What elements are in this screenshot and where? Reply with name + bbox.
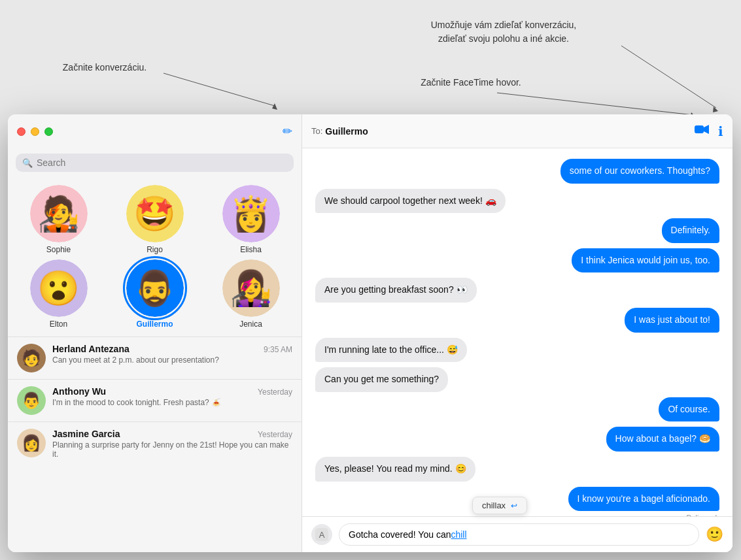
svg-marker-7 xyxy=(704,125,709,134)
contact-name-rigo: Rigo xyxy=(146,245,163,254)
svg-text:A: A xyxy=(319,530,325,540)
message-7: I'm running late to the office... 😅 xyxy=(315,338,719,363)
conv-body-jasmine: Jasmine Garcia Yesterday Planning a surp… xyxy=(52,429,292,459)
conv-preview-herland: Can you meet at 2 p.m. about our present… xyxy=(52,355,292,365)
message-8: Can you get me something? xyxy=(315,367,719,392)
autocorrect-undo-button[interactable]: ↩ xyxy=(511,501,517,510)
message-5: Are you getting breakfast soon? 👀 xyxy=(315,278,719,303)
pinned-contact-elton[interactable]: 😮 Elton xyxy=(13,259,104,329)
message-9: Of course. xyxy=(315,397,719,422)
avatar-elisha: 👸 xyxy=(222,185,280,242)
chat-header-actions: ℹ xyxy=(695,124,723,139)
conv-time-herland: 9:35 AM xyxy=(264,345,292,354)
message-bubble-6: I was just about to! xyxy=(625,308,719,333)
chat-recipient: Guillermo xyxy=(325,126,695,137)
avatar-anthony: 👨 xyxy=(17,386,46,415)
conversation-jasmine[interactable]: 👩 Jasmine Garcia Yesterday Planning a su… xyxy=(8,421,302,465)
traffic-lights xyxy=(17,127,53,136)
messages-list: some of our coworkers. Thoughts? We shou… xyxy=(302,148,732,516)
message-6: I was just about to! xyxy=(315,308,719,333)
message-bubble-1: some of our coworkers. Thoughts? xyxy=(560,159,719,184)
message-bubble-5: Are you getting breakfast soon? 👀 xyxy=(315,278,477,303)
info-button[interactable]: ℹ xyxy=(718,124,723,139)
main-window: ✏ 🔍 🧑‍🎤 Sophie 🤩 Rigo xyxy=(8,114,732,552)
avatar-jasmine: 👩 xyxy=(17,429,46,457)
conv-header-anthony: Anthony Wu Yesterday xyxy=(52,386,292,397)
autocorrect-suggestion: chillax xyxy=(482,501,506,510)
conv-name-anthony: Anthony Wu xyxy=(52,386,106,397)
svg-marker-1 xyxy=(272,103,277,110)
annotation-facetime: Začnite FaceTime hovor. xyxy=(399,77,543,88)
maximize-button[interactable] xyxy=(44,127,53,136)
pinned-contact-elisha[interactable]: 👸 Elisha xyxy=(205,185,296,254)
avatar-rigo: 🤩 xyxy=(126,185,184,242)
avatar-sophie: 🧑‍🎤 xyxy=(30,185,88,242)
conv-name-jasmine: Jasmine Garcia xyxy=(52,429,120,439)
pinned-contact-guillermo[interactable]: 🧔‍♂️ Guillermo xyxy=(109,259,200,329)
message-bubble-9: Of course. xyxy=(659,397,719,422)
pinned-contact-sophie[interactable]: 🧑‍🎤 Sophie xyxy=(13,185,104,254)
message-bubble-8: Can you get me something? xyxy=(315,367,448,392)
pinned-contact-jenica[interactable]: 👩‍🎤 Jenica xyxy=(205,259,296,329)
message-bubble-11: Yes, please! You read my mind. 😊 xyxy=(315,457,475,482)
search-icon: 🔍 xyxy=(22,158,33,168)
close-button[interactable] xyxy=(17,127,26,136)
chat-header: To: Guillermo ℹ xyxy=(302,114,732,148)
message-bubble-2: We should carpool together next week! 🚗 xyxy=(315,189,506,214)
message-bubble-4: I think Jenica would join us, too. xyxy=(572,248,719,273)
svg-line-4 xyxy=(621,46,716,108)
svg-line-2 xyxy=(497,93,693,115)
message-input-highlight: chill xyxy=(451,529,466,540)
search-bar: 🔍 xyxy=(16,154,294,172)
conversation-list: 🧑 Herland Antezana 9:35 AM Can you meet … xyxy=(8,337,302,552)
message-bubble-12: I know you're a bagel aficionado. xyxy=(568,487,719,512)
appstore-button[interactable]: A xyxy=(311,524,332,545)
to-label: To: xyxy=(311,126,322,136)
chat-area: To: Guillermo ℹ some of our coworkers. T… xyxy=(302,114,732,552)
svg-marker-5 xyxy=(713,107,718,112)
conv-preview-jasmine: Planning a surprise party for Jenny on t… xyxy=(52,440,292,459)
conv-name-herland: Herland Antezana xyxy=(52,344,129,354)
conversation-anthony[interactable]: 👨 Anthony Wu Yesterday I'm in the mood t… xyxy=(8,379,302,421)
emoji-button[interactable]: 🙂 xyxy=(706,526,723,543)
avatar-guillermo: 🧔‍♂️ xyxy=(126,259,184,317)
contact-name-guillermo: Guillermo xyxy=(136,320,173,329)
autocorrect-popup: chillax ↩ xyxy=(472,497,527,514)
conv-header-herland: Herland Antezana 9:35 AM xyxy=(52,344,292,354)
annotation-compose: Začnite konverzáciu. xyxy=(39,62,170,73)
titlebar: ✏ xyxy=(8,114,302,148)
conv-body-anthony: Anthony Wu Yesterday I'm in the mood to … xyxy=(52,386,292,415)
contact-name-jenica: Jenica xyxy=(239,320,262,329)
avatar-herland: 🧑 xyxy=(17,344,46,372)
message-4: I think Jenica would join us, too. xyxy=(315,248,719,273)
annotation-details: Umožňuje vám zdieľať konverzáciu,zdieľať… xyxy=(405,18,602,46)
message-bubble-7: I'm running late to the office... 😅 xyxy=(315,338,467,363)
conversation-herland[interactable]: 🧑 Herland Antezana 9:35 AM Can you meet … xyxy=(8,337,302,379)
conv-header-jasmine: Jasmine Garcia Yesterday xyxy=(52,429,292,439)
message-input[interactable]: Gotcha covered! You can chill xyxy=(339,523,699,546)
message-bubble-3: Definitely. xyxy=(662,218,719,243)
svg-rect-6 xyxy=(695,125,704,133)
pinned-contact-rigo[interactable]: 🤩 Rigo xyxy=(109,185,200,254)
svg-line-0 xyxy=(164,73,275,106)
contact-name-elisha: Elisha xyxy=(240,245,262,254)
conv-body-herland: Herland Antezana 9:35 AM Can you meet at… xyxy=(52,344,292,372)
sidebar: ✏ 🔍 🧑‍🎤 Sophie 🤩 Rigo xyxy=(8,114,302,552)
contact-name-elton: Elton xyxy=(50,320,67,329)
message-10: How about a bagel? 🥯 xyxy=(315,427,719,452)
message-input-text: Gotcha covered! You can xyxy=(349,529,451,540)
conv-time-anthony: Yesterday xyxy=(258,387,292,397)
facetime-button[interactable] xyxy=(695,124,709,138)
compose-button[interactable]: ✏ xyxy=(283,124,292,139)
avatar-jenica: 👩‍🎤 xyxy=(222,259,280,317)
message-11: Yes, please! You read my mind. 😊 xyxy=(315,457,719,482)
message-1: some of our coworkers. Thoughts? xyxy=(315,159,719,184)
message-3: Definitely. xyxy=(315,218,719,243)
conv-time-jasmine: Yesterday xyxy=(258,430,292,439)
message-2: We should carpool together next week! 🚗 xyxy=(315,189,719,214)
minimize-button[interactable] xyxy=(31,127,39,136)
annotation-arrows xyxy=(0,0,741,121)
annotation-layer: Začnite konverzáciu. Začnite FaceTime ho… xyxy=(0,0,741,121)
avatar-elton: 😮 xyxy=(30,259,88,317)
search-input[interactable] xyxy=(37,157,287,168)
